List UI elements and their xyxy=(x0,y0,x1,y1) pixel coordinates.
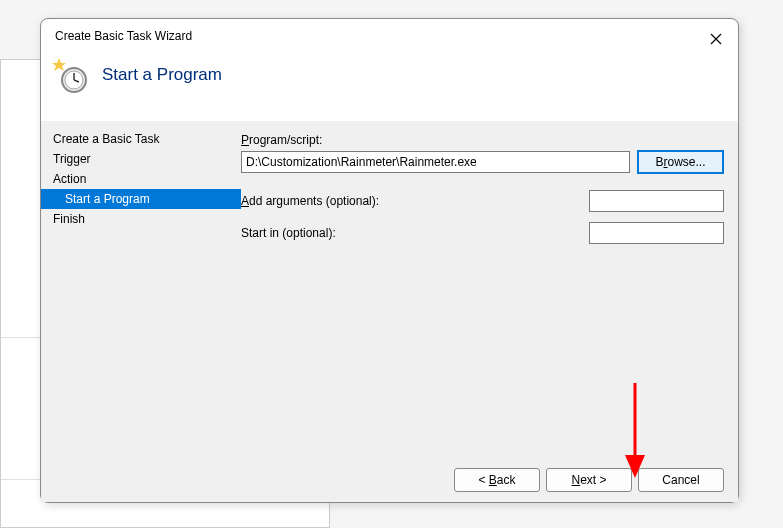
wizard-header: Start a Program xyxy=(41,53,738,121)
start-in-label: Start in (optional): xyxy=(241,226,336,240)
wizard-dialog: Create Basic Task Wizard Start a Program… xyxy=(40,18,739,503)
program-script-label: Program/script: xyxy=(241,133,724,147)
clock-wizard-icon xyxy=(52,58,90,96)
sidebar-item-start-program[interactable]: Start a Program xyxy=(41,189,241,209)
close-button[interactable] xyxy=(704,27,728,51)
title-bar: Create Basic Task Wizard xyxy=(41,19,738,53)
back-button[interactable]: < Back xyxy=(454,468,540,492)
window-title: Create Basic Task Wizard xyxy=(55,29,192,43)
svg-marker-0 xyxy=(52,58,66,71)
sidebar-item-finish[interactable]: Finish xyxy=(41,209,241,229)
next-button[interactable]: Next > xyxy=(546,468,632,492)
browse-button[interactable]: Browse... xyxy=(637,150,724,174)
start-in-input[interactable] xyxy=(589,222,724,244)
close-icon xyxy=(710,33,722,45)
cancel-button[interactable]: Cancel xyxy=(638,468,724,492)
form-area: Program/script: Browse... // fix browse … xyxy=(241,133,724,254)
sidebar-item-trigger[interactable]: Trigger xyxy=(41,149,241,169)
wizard-body: Create a Basic Task Trigger Action Start… xyxy=(41,121,738,457)
program-script-input[interactable] xyxy=(241,151,630,173)
sidebar-item-create-task[interactable]: Create a Basic Task xyxy=(41,129,241,149)
wizard-steps-sidebar: Create a Basic Task Trigger Action Start… xyxy=(41,129,241,229)
add-arguments-input[interactable] xyxy=(589,190,724,212)
sidebar-item-action[interactable]: Action xyxy=(41,169,241,189)
wizard-footer: < Back Next > Cancel xyxy=(41,457,738,502)
page-title: Start a Program xyxy=(102,65,222,85)
add-arguments-label: Add arguments (optional): xyxy=(241,194,379,208)
